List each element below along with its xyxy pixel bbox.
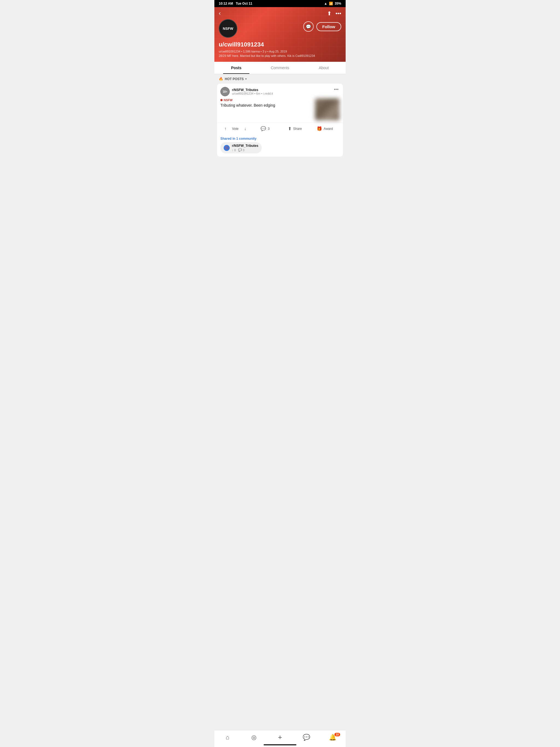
- post-menu-button[interactable]: •••: [333, 87, 339, 92]
- share-button[interactable]: ⬆: [327, 10, 332, 17]
- post-actions: ↑ Vote ↓ 💬 3 ⬆ Share 🎁 Award: [217, 123, 343, 134]
- profile-top-row: NSFW 💬 Follow: [219, 19, 341, 38]
- nsfw-tag: NSFW: [221, 98, 312, 102]
- share-label: Share: [293, 127, 302, 131]
- post-thumbnail[interactable]: [315, 98, 339, 120]
- header-nav: ‹ ⬆ •••: [214, 7, 346, 19]
- post-card: 18+ r/NSFW_Tributes u/cwill91091234 • 6m…: [217, 84, 343, 157]
- tab-posts[interactable]: Posts: [214, 62, 258, 74]
- follow-button[interactable]: Follow: [316, 22, 341, 31]
- community-comments: 3: [243, 149, 245, 152]
- post-text-area: NSFW Tributing whatever. Been edging: [221, 98, 312, 108]
- header-actions: ⬆ •••: [327, 10, 341, 17]
- follow-label: Follow: [322, 24, 335, 29]
- award-button[interactable]: 🎁 Award: [310, 125, 339, 132]
- vote-group: ↑ Vote ↓: [221, 125, 250, 132]
- post-header-left: 18+ r/NSFW_Tributes u/cwill91091234 • 6m…: [221, 87, 273, 96]
- community-stats: ↑ 0 💬 3: [232, 148, 258, 152]
- nsfw-dot: [221, 99, 223, 101]
- battery-text: 35%: [335, 2, 341, 5]
- share-icon: ⬆: [288, 126, 291, 131]
- community-votes-stat: ↑ 0: [232, 149, 236, 152]
- profile-action-buttons: 💬 Follow: [303, 21, 341, 32]
- community-icon: 🚫: [224, 145, 230, 151]
- tab-comments-label: Comments: [271, 66, 289, 70]
- post-meta: r/NSFW_Tributes u/cwill91091234 • 6m • i…: [232, 88, 273, 95]
- comment-count: 3: [268, 127, 270, 131]
- vote-label: Vote: [232, 127, 238, 131]
- avatar: NSFW: [219, 19, 237, 38]
- downvote-button[interactable]: ↓: [240, 125, 250, 132]
- filter-bar: 🔥 HOT POSTS ▾: [214, 74, 346, 84]
- upvote-button[interactable]: ↑: [221, 125, 230, 132]
- post-body: NSFW Tributing whatever. Been edging: [217, 98, 343, 123]
- community-votes: 0: [234, 149, 236, 152]
- profile-bio: 28/29 MF here. Married but like to play …: [219, 54, 341, 57]
- community-pill[interactable]: 🚫 r/NSFW_Tributes ↑ 0 💬 3: [221, 142, 262, 153]
- post-title[interactable]: Tributing whatever. Been edging: [221, 103, 312, 108]
- back-button[interactable]: ‹: [219, 10, 221, 17]
- time: 10:12 AM: [219, 2, 233, 5]
- chat-button[interactable]: 💬: [303, 21, 314, 32]
- nsfw-label: NSFW: [224, 98, 232, 102]
- comment-icon: 💬: [261, 126, 266, 131]
- status-bar: 10:12 AM Tue Oct 11 ▲ 📶 35%: [214, 0, 346, 7]
- community-icon-symbol: 🚫: [225, 146, 228, 149]
- shared-label: Shared in 1 community: [217, 134, 343, 142]
- avatar-text: NSFW: [223, 27, 233, 31]
- tab-about[interactable]: About: [302, 62, 346, 74]
- tab-comments[interactable]: Comments: [258, 62, 302, 74]
- chat-icon: 💬: [306, 24, 311, 29]
- tab-about-label: About: [319, 66, 329, 70]
- flame-icon: 🔥: [219, 77, 223, 81]
- share-post-button[interactable]: ⬆ Share: [280, 125, 310, 132]
- downvote-icon: ↓: [244, 126, 246, 131]
- community-name: r/NSFW_Tributes: [232, 144, 258, 148]
- wifi-icon: 📶: [329, 2, 333, 5]
- award-label: Award: [324, 127, 333, 131]
- more-button[interactable]: •••: [335, 10, 341, 17]
- post-header: 18+ r/NSFW_Tributes u/cwill91091234 • 6m…: [217, 84, 343, 98]
- chevron-down-icon: ▾: [245, 77, 247, 80]
- post-user-meta: u/cwill91091234 • 6m • i.redd.it: [232, 92, 273, 95]
- content-area: 🔥 HOT POSTS ▾ 18+ r/NSFW_Tributes u/cwil…: [214, 74, 346, 181]
- status-icons: ▲ 📶 35%: [324, 2, 341, 5]
- community-info: r/NSFW_Tributes ↑ 0 💬 3: [232, 144, 258, 152]
- post-subreddit[interactable]: r/NSFW_Tributes: [232, 88, 273, 92]
- tab-posts-label: Posts: [231, 66, 241, 70]
- upvote-icon: ↑: [224, 126, 226, 131]
- profile-content: NSFW 💬 Follow u/cwill91091234 u/cwill910…: [214, 19, 346, 62]
- tabs-bar: Posts Comments About: [214, 62, 346, 74]
- status-time: 10:12 AM Tue Oct 11: [219, 2, 252, 5]
- community-comments-stat: 💬 3: [238, 148, 245, 152]
- profile-header: ‹ ⬆ ••• NSFW 💬 Follow u/cwill91091234 u/…: [214, 7, 346, 62]
- profile-meta: u/cwill91091234 • 1,586 karma • 3 y • Au…: [219, 50, 341, 53]
- comment-small-icon: 💬: [238, 148, 242, 152]
- username-title: u/cwill91091234: [219, 41, 341, 48]
- age-badge: 18+: [221, 87, 230, 96]
- award-icon: 🎁: [316, 126, 322, 131]
- comment-button[interactable]: 💬 3: [250, 125, 280, 132]
- filter-label: HOT POSTS: [225, 77, 244, 81]
- upvote-small-icon: ↑: [232, 149, 233, 152]
- signal-icon: ▲: [324, 2, 327, 5]
- date: Tue Oct 11: [236, 2, 252, 5]
